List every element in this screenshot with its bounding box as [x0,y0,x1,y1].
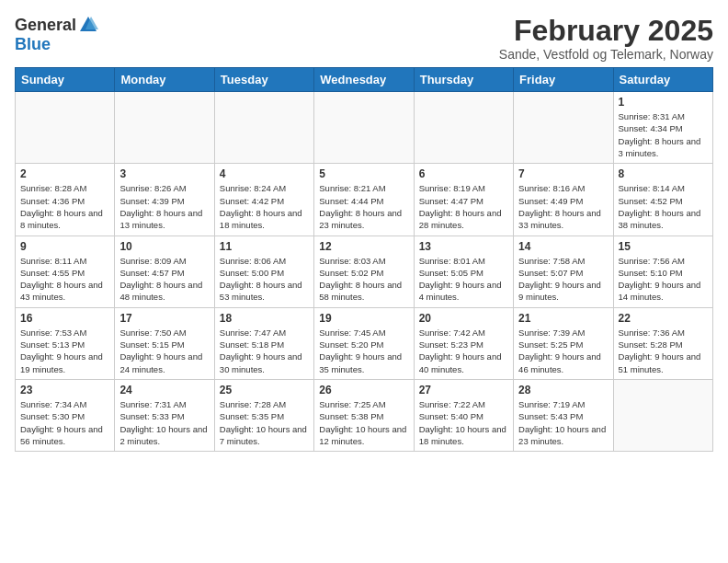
day-info: Sunrise: 8:11 AM Sunset: 4:55 PM Dayligh… [20,255,109,304]
calendar-week-row: 1Sunrise: 8:31 AM Sunset: 4:34 PM Daylig… [16,92,713,164]
day-number: 15 [619,240,708,253]
weekday-header-sunday: Sunday [16,68,115,92]
calendar-cell [414,92,513,164]
weekday-header-saturday: Saturday [613,68,712,92]
logo-blue-text: Blue [15,35,51,54]
day-number: 24 [119,384,209,396]
calendar-cell: 23Sunrise: 7:34 AM Sunset: 5:30 PM Dayli… [16,379,115,451]
day-info: Sunrise: 8:19 AM Sunset: 4:47 PM Dayligh… [419,182,508,231]
day-number: 26 [319,384,408,396]
calendar-cell: 4Sunrise: 8:24 AM Sunset: 4:42 PM Daylig… [214,164,313,236]
calendar-cell: 14Sunrise: 7:58 AM Sunset: 5:07 PM Dayli… [514,236,613,307]
weekday-header-friday: Friday [514,68,613,92]
day-info: Sunrise: 7:58 AM Sunset: 5:07 PM Dayligh… [518,255,608,304]
day-number: 13 [419,240,508,253]
calendar-week-row: 2Sunrise: 8:28 AM Sunset: 4:36 PM Daylig… [16,164,713,236]
calendar-cell [613,379,712,451]
day-info: Sunrise: 7:22 AM Sunset: 5:40 PM Dayligh… [419,398,508,447]
calendar-cell: 25Sunrise: 7:28 AM Sunset: 5:35 PM Dayli… [214,379,313,451]
calendar-cell: 1Sunrise: 8:31 AM Sunset: 4:34 PM Daylig… [613,92,712,164]
day-number: 22 [619,312,708,325]
day-number: 25 [220,384,309,396]
day-number: 21 [518,312,608,325]
day-number: 11 [220,240,309,253]
calendar-cell: 8Sunrise: 8:14 AM Sunset: 4:52 PM Daylig… [613,164,712,236]
calendar-cell: 27Sunrise: 7:22 AM Sunset: 5:40 PM Dayli… [414,379,513,451]
day-info: Sunrise: 8:09 AM Sunset: 4:57 PM Dayligh… [119,255,209,304]
day-info: Sunrise: 8:31 AM Sunset: 4:34 PM Dayligh… [619,110,708,159]
day-info: Sunrise: 7:56 AM Sunset: 5:10 PM Dayligh… [619,255,708,304]
day-info: Sunrise: 7:31 AM Sunset: 5:33 PM Dayligh… [119,398,209,447]
day-info: Sunrise: 7:34 AM Sunset: 5:30 PM Dayligh… [20,398,109,447]
calendar-cell: 7Sunrise: 8:16 AM Sunset: 4:49 PM Daylig… [514,164,613,236]
calendar-week-row: 23Sunrise: 7:34 AM Sunset: 5:30 PM Dayli… [16,379,713,451]
day-number: 20 [419,312,508,325]
day-number: 17 [119,312,209,325]
day-info: Sunrise: 8:16 AM Sunset: 4:49 PM Dayligh… [518,182,608,231]
day-number: 6 [419,167,508,180]
day-number: 7 [518,167,608,180]
day-number: 14 [518,240,608,253]
day-info: Sunrise: 8:21 AM Sunset: 4:44 PM Dayligh… [319,182,408,231]
day-info: Sunrise: 7:53 AM Sunset: 5:13 PM Dayligh… [20,327,109,375]
calendar-cell: 21Sunrise: 7:39 AM Sunset: 5:25 PM Dayli… [514,307,613,379]
day-number: 27 [419,384,508,396]
calendar-cell: 16Sunrise: 7:53 AM Sunset: 5:13 PM Dayli… [16,307,115,379]
day-info: Sunrise: 8:28 AM Sunset: 4:36 PM Dayligh… [20,182,109,231]
day-info: Sunrise: 7:19 AM Sunset: 5:43 PM Dayligh… [518,398,608,447]
weekday-header-thursday: Thursday [414,68,513,92]
logo: General Blue [15,15,98,54]
day-number: 12 [319,240,408,253]
calendar-cell: 3Sunrise: 8:26 AM Sunset: 4:39 PM Daylig… [115,164,214,236]
title-block: February 2025 Sande, Vestfold og Telemar… [499,15,713,62]
day-info: Sunrise: 7:39 AM Sunset: 5:25 PM Dayligh… [518,327,608,375]
month-title: February 2025 [499,15,713,47]
day-info: Sunrise: 7:45 AM Sunset: 5:20 PM Dayligh… [319,327,408,375]
calendar-cell [115,92,214,164]
day-number: 19 [319,312,408,325]
logo-general-text: General [15,16,76,35]
day-info: Sunrise: 8:24 AM Sunset: 4:42 PM Dayligh… [220,182,309,231]
calendar-cell: 26Sunrise: 7:25 AM Sunset: 5:38 PM Dayli… [314,379,414,451]
calendar-cell [16,92,115,164]
day-number: 16 [20,312,109,325]
calendar-cell [514,92,613,164]
calendar-cell: 22Sunrise: 7:36 AM Sunset: 5:28 PM Dayli… [613,307,712,379]
day-number: 18 [220,312,309,325]
calendar-week-row: 16Sunrise: 7:53 AM Sunset: 5:13 PM Dayli… [16,307,713,379]
weekday-header-row: SundayMondayTuesdayWednesdayThursdayFrid… [16,68,713,92]
day-number: 9 [20,240,109,253]
day-info: Sunrise: 8:14 AM Sunset: 4:52 PM Dayligh… [619,182,708,231]
calendar-cell [314,92,414,164]
day-info: Sunrise: 7:42 AM Sunset: 5:23 PM Dayligh… [419,327,508,375]
day-number: 28 [518,384,608,396]
day-info: Sunrise: 7:47 AM Sunset: 5:18 PM Dayligh… [220,327,309,375]
calendar-cell: 20Sunrise: 7:42 AM Sunset: 5:23 PM Dayli… [414,307,513,379]
calendar-cell: 11Sunrise: 8:06 AM Sunset: 5:00 PM Dayli… [214,236,313,307]
calendar-cell: 17Sunrise: 7:50 AM Sunset: 5:15 PM Dayli… [115,307,214,379]
day-info: Sunrise: 7:25 AM Sunset: 5:38 PM Dayligh… [319,398,408,447]
day-number: 4 [220,167,309,180]
calendar-week-row: 9Sunrise: 8:11 AM Sunset: 4:55 PM Daylig… [16,236,713,307]
page-header: General Blue February 2025 Sande, Vestfo… [15,15,713,62]
day-number: 23 [20,384,109,396]
calendar-table: SundayMondayTuesdayWednesdayThursdayFrid… [15,67,713,452]
day-number: 3 [119,167,209,180]
calendar-cell: 6Sunrise: 8:19 AM Sunset: 4:47 PM Daylig… [414,164,513,236]
weekday-header-monday: Monday [115,68,214,92]
calendar-cell: 10Sunrise: 8:09 AM Sunset: 4:57 PM Dayli… [115,236,214,307]
day-info: Sunrise: 8:26 AM Sunset: 4:39 PM Dayligh… [119,182,209,231]
day-number: 10 [119,240,209,253]
calendar-cell [214,92,313,164]
day-info: Sunrise: 7:36 AM Sunset: 5:28 PM Dayligh… [619,327,708,375]
day-number: 5 [319,167,408,180]
day-number: 1 [619,96,708,109]
day-info: Sunrise: 8:03 AM Sunset: 5:02 PM Dayligh… [319,255,408,304]
day-info: Sunrise: 8:06 AM Sunset: 5:00 PM Dayligh… [220,255,309,304]
calendar-cell: 5Sunrise: 8:21 AM Sunset: 4:44 PM Daylig… [314,164,414,236]
calendar-cell: 24Sunrise: 7:31 AM Sunset: 5:33 PM Dayli… [115,379,214,451]
location-title: Sande, Vestfold og Telemark, Norway [499,47,713,62]
calendar-cell: 15Sunrise: 7:56 AM Sunset: 5:10 PM Dayli… [613,236,712,307]
calendar-cell: 28Sunrise: 7:19 AM Sunset: 5:43 PM Dayli… [514,379,613,451]
day-number: 2 [20,167,109,180]
